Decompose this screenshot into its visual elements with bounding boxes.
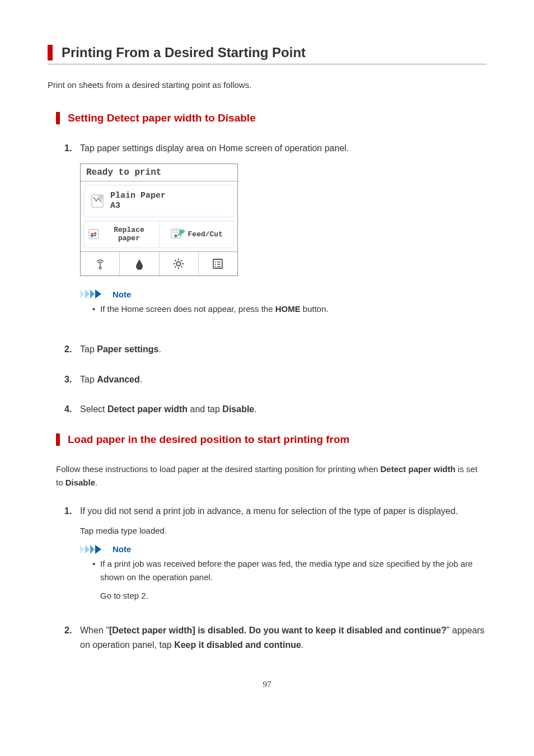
screen-feed-cut: Feed/Cut	[160, 221, 234, 248]
page-number: 97	[48, 680, 486, 689]
note-header: Note	[80, 544, 486, 554]
jobs-icon	[199, 252, 237, 276]
step-number: 3.	[64, 375, 80, 385]
svg-point-6	[176, 262, 180, 265]
svg-point-9	[215, 264, 216, 265]
note-subline: Go to step 2.	[100, 589, 486, 602]
screen-paper-type: Plain Paper	[110, 191, 166, 201]
section2-heading: Load paper in the desired position to st…	[56, 433, 486, 446]
section2-intro: Follow these instructions to load paper …	[56, 463, 486, 489]
step2-text: Tap Paper settings.	[80, 342, 161, 357]
step-number: 2.	[64, 344, 80, 354]
feed-cut-icon	[170, 228, 185, 240]
sec2-step1-sub: Tap media type loaded.	[80, 526, 486, 535]
svg-point-10	[215, 266, 216, 267]
sec2-step2-text: When "[Detect paper width] is disabled. …	[80, 623, 486, 652]
note-arrows-icon	[80, 545, 108, 554]
screen-status: Ready to print	[81, 164, 237, 181]
step4-text: Select Detect paper width and tap Disabl…	[80, 402, 257, 417]
step-number: 1.	[64, 143, 80, 153]
operation-panel-screenshot: Ready to print Plain Paper A3	[80, 164, 238, 276]
ink-icon	[120, 252, 159, 276]
svg-point-8	[215, 262, 216, 263]
screen-replace-paper: Replace paper	[85, 221, 160, 248]
gear-icon	[160, 252, 199, 276]
replace-paper-icon	[88, 228, 99, 240]
screen-paper-area: Plain Paper A3	[84, 185, 234, 217]
title-divider	[48, 64, 486, 64]
paper-icon	[90, 193, 106, 209]
section1-heading: Setting Detect paper width to Disable	[56, 112, 486, 124]
page-title: Printing From a Desired Starting Point	[62, 45, 486, 60]
note-header: Note	[80, 290, 486, 299]
screen-paper-size: A3	[110, 201, 166, 211]
sec2-step1-text: If you did not send a print job in advan…	[80, 504, 458, 519]
step-number: 2.	[64, 626, 80, 636]
note-item: If the Home screen does not appear, pres…	[92, 302, 486, 315]
step1-text: Tap paper settings display area on Home …	[80, 141, 349, 156]
note-item: If a print job was received before the p…	[92, 557, 486, 584]
step-number: 4.	[64, 404, 80, 414]
step-number: 1.	[64, 506, 80, 516]
wireless-icon	[81, 252, 120, 276]
note-arrows-icon	[80, 290, 108, 298]
step3-text: Tap Advanced.	[80, 372, 142, 387]
intro-text: Print on sheets from a desired starting …	[48, 80, 486, 90]
